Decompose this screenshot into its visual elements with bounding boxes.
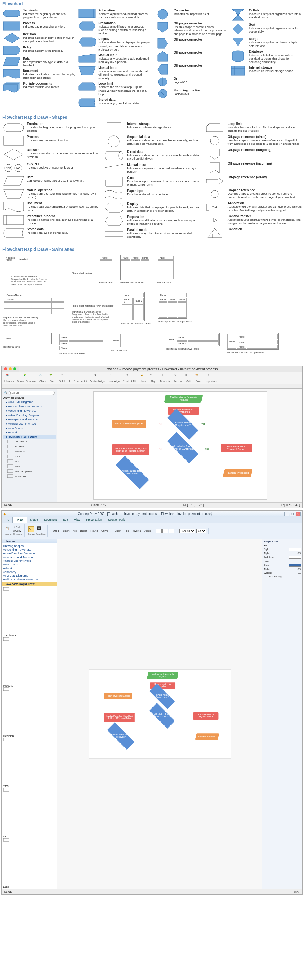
shape-item-yes[interactable]: YES: [3, 738, 56, 788]
max-button[interactable]: ▢: [290, 512, 295, 516]
min-button[interactable]: —: [285, 512, 290, 516]
connector-smart[interactable]: ⎯ Smart: [61, 530, 70, 532]
status-zoom[interactable]: 83%: [294, 890, 300, 894]
lib-item-aerospace-and-transport[interactable]: Aerospace and Transport: [3, 555, 56, 559]
shape-item-manual-operation[interactable]: Manual operation: [3, 469, 56, 474]
node-payment[interactable]: Payment Processed: [223, 469, 253, 477]
shape-item-data[interactable]: Data: [3, 838, 56, 888]
lib-item-accounting-flowcharts[interactable]: Accounting Flowcharts: [3, 548, 56, 552]
sidebar-item-flowcharts-rapid[interactable]: Flowcharts Rapid Draw: [3, 435, 56, 439]
node-queue[interactable]: Invoice Placed in Payment Queue: [193, 713, 218, 719]
color2-swatch[interactable]: [289, 555, 301, 559]
tab-home[interactable]: Home: [13, 517, 27, 523]
toolbar-libraries[interactable]: 📚Libraries: [3, 373, 15, 383]
shape-item-document[interactable]: Document: [3, 474, 56, 479]
connector-direct[interactable]: ⎯ Direct: [51, 530, 59, 532]
shape-item-no[interactable]: NO: [3, 459, 56, 464]
node-mail[interactable]: Mail Invoice to Accounts Payable: [164, 395, 203, 403]
connector-bezier[interactable]: ⎯ Bezier: [78, 530, 87, 532]
linealpha-value[interactable]: 0%: [298, 568, 301, 570]
style-swatch[interactable]: [169, 528, 174, 533]
paste-icon[interactable]: 📋: [5, 527, 11, 533]
toolbar-rotate-&-flip[interactable]: ⟳Rotate & Flip: [122, 373, 138, 383]
style-swatch[interactable]: [162, 528, 168, 533]
copy-button[interactable]: ⧉ Copy: [13, 529, 22, 533]
toolbar-tree[interactable]: 🌳Tree: [48, 373, 57, 383]
toolbar-delete-link[interactable]: ✖Delete link: [58, 373, 72, 383]
node-queue[interactable]: Invoice Placed in Payment Queue: [221, 444, 251, 452]
status-zoom[interactable]: Custom 70%: [90, 503, 106, 507]
font-size-select[interactable]: 10: [196, 529, 206, 533]
toolbar-inspectors[interactable]: 🛠Inspectors: [204, 373, 218, 383]
lib-item-active-directory-diagrams[interactable]: Active Directory Diagrams: [3, 552, 56, 555]
lib-item-atm-uml-diagrams[interactable]: ATM UML Diagrams: [3, 574, 56, 578]
connector-arc[interactable]: ⎯ Arc: [71, 530, 76, 532]
max-dot-icon[interactable]: [13, 368, 16, 371]
node-action[interactable]: Action Taken, Issue Resolved?: [116, 456, 149, 489]
sidebar-item-aerospace-and-transport[interactable]: ▸ Aerospace and Transport: [3, 417, 56, 422]
shape-item-decision[interactable]: Decision: [3, 449, 56, 454]
node-return[interactable]: Return Invoice to Supplier: [104, 693, 132, 699]
sidebar-sel-header[interactable]: Flowcharts Rapid Draw: [2, 582, 57, 586]
style-swatch[interactable]: [156, 528, 162, 533]
sidebar-item-atm-uml-diagrams[interactable]: ▸ ATM UML Diagrams: [3, 400, 56, 404]
search-input[interactable]: [9, 391, 54, 395]
alpha-value[interactable]: 0%: [298, 552, 301, 555]
lib-item-android-user-interface[interactable]: Android User Interface: [3, 559, 56, 563]
toolbar-redraw[interactable]: ↻Redraw: [173, 373, 183, 383]
lib-item-artwork[interactable]: Artwork: [3, 566, 56, 570]
toolbar-grid[interactable]: ▦Grid: [185, 373, 193, 383]
arrange-delete[interactable]: • Delete: [142, 530, 151, 532]
linecolor-swatch[interactable]: [289, 564, 301, 567]
toolbar-browse-solutions[interactable]: 🧩Browse Solutions: [16, 373, 37, 383]
sidebar-item-aws-architecture-diagrams[interactable]: ▸ AWS Architecture Diagrams: [3, 404, 56, 409]
close-dot-icon[interactable]: [4, 368, 7, 371]
shape-item-no[interactable]: NO: [3, 788, 56, 838]
style-swatch[interactable]: [289, 548, 301, 551]
min-dot-icon[interactable]: [9, 368, 12, 371]
node-hold[interactable]: Invoice Placed on Hold, Dept Notified of…: [112, 444, 150, 455]
node-action[interactable]: Action Taken, Issue Resolved?: [107, 722, 134, 750]
shape-item-yes[interactable]: YES: [3, 454, 56, 459]
sidebar-item-area-charts[interactable]: ▸ Area Charts: [3, 426, 56, 430]
shape-item-process[interactable]: Process: [3, 444, 56, 449]
tab-presentation[interactable]: Presentation: [83, 517, 105, 523]
textbox-icon[interactable]: 🅰: [38, 527, 44, 532]
arrange-chain[interactable]: • Chain: [113, 530, 121, 532]
lib-item-area-charts[interactable]: Area Charts: [3, 563, 56, 566]
node-return[interactable]: Return Invoice to Supplier: [112, 420, 146, 428]
shape-item-terminator[interactable]: Terminator: [3, 587, 56, 637]
sidebar-item-active-directory-diagrams[interactable]: ▸ Active Directory Diagrams: [3, 413, 56, 417]
lib-item-astronomy[interactable]: Astronomy: [3, 570, 56, 574]
font-select[interactable]: Tahoma: [180, 529, 195, 533]
shape-item-decision[interactable]: Decision: [3, 687, 56, 738]
lib-item-drawing-shapes[interactable]: Drawing Shapes: [3, 544, 56, 548]
tab-view[interactable]: View: [71, 517, 83, 523]
toolbar-reverse-link[interactable]: ↔Reverse link: [73, 373, 88, 383]
arrange-tree[interactable]: • Tree: [123, 530, 129, 532]
toolbar-lock[interactable]: 🔒Lock: [139, 373, 148, 383]
toolbar-chain[interactable]: 🔗Chain: [38, 373, 47, 383]
shape-item-terminator[interactable]: Terminator: [3, 439, 56, 444]
toolbar-distribute[interactable]: ⫴Distribute: [159, 373, 171, 383]
close-button[interactable]: ✕: [296, 512, 301, 516]
sidebar-item-android-user-interface[interactable]: ▸ Android User Interface: [3, 422, 56, 426]
toolbar-align[interactable]: ≡Align: [149, 373, 158, 383]
shape-item-data[interactable]: Data: [3, 464, 56, 469]
tab-solution-park[interactable]: Solution Park: [105, 517, 128, 523]
corner-value[interactable]: 0: [300, 575, 301, 578]
tab-edit[interactable]: Edit: [60, 517, 71, 523]
node-payment[interactable]: Payment Processed: [195, 733, 219, 740]
tab-file[interactable]: File: [2, 517, 13, 523]
connector-round[interactable]: ⎯ Round: [88, 530, 98, 532]
node-mail[interactable]: Mail Invoice to Accounts Payable: [146, 672, 178, 679]
cut-button[interactable]: ✂ Cut: [13, 525, 22, 529]
mac-canvas[interactable]: Mail Invoice to Accounts Payable Review …: [57, 389, 302, 502]
select-icon[interactable]: ↖: [28, 527, 34, 532]
weight-value[interactable]: 0.0: [298, 571, 301, 574]
lib-item-audio-and-video-connectors[interactable]: Audio and Video Connectors: [3, 578, 56, 581]
toolbar-vertical-align[interactable]: ⇅Vertical Align: [89, 373, 106, 383]
tab-shape[interactable]: Shape: [27, 517, 41, 523]
sidebar-item-accounting-flowcharts[interactable]: ▸ Accounting Flowcharts: [3, 409, 56, 413]
sidebar-item-artwork[interactable]: ▸ Artwork: [3, 430, 56, 435]
